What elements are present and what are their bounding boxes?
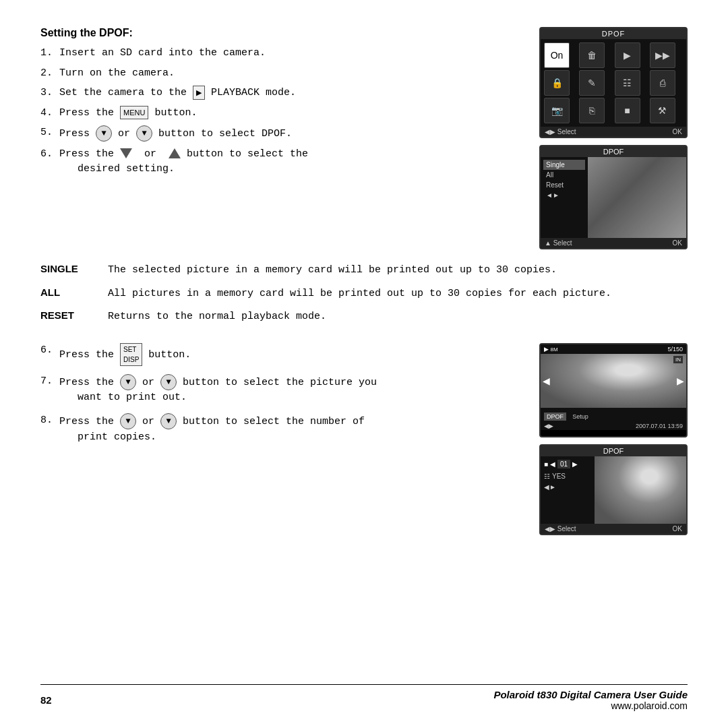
lower-step-8: 8. Press the ▼ or ▼ button to select the… [40,413,526,445]
nav-down2-icon: ▼ [120,374,136,390]
step-5: 5. Press ▼ or ▼ button to select DPOF. [40,125,526,142]
screen2-menu-list: Single All Reset ◄► [541,157,588,238]
pb-dpof-label: DPOF [544,413,566,421]
icon-play: ▶ [615,42,640,68]
footer-title: Polaroid t830 Digital Camera User Guide [493,689,688,700]
screen-print-copies: DPOF ■ ◀ 01 ▶ ☷ YES [539,444,688,535]
instructions-section: Setting the DPOF: 1. Insert an SD card i… [40,27,526,249]
set-disp-icon: SETDISP [120,343,142,366]
step-4: 4. Press the MENU button. [40,106,526,121]
lower-step-6: 6. Press the SETDISP button. [40,343,526,366]
sp-arrow-left: ◀ [550,460,555,468]
menu-all: All [543,170,585,180]
pb-in-label: IN [673,356,683,363]
sp-right-photo [595,456,686,524]
menu-back: ◄► [543,190,585,200]
nav-down3-icon: ▼ [120,413,136,429]
pb-image: IN ◀ ▶ [541,354,686,408]
icon-dpof: ⎘ [579,98,605,123]
sp-select-label: ◀▶ Select [545,525,576,533]
footer: 82 Polaroid t830 Digital Camera User Gui… [40,684,688,711]
pb-right-arrow: ▶ [677,375,684,386]
step-3: 3. Set the camera to the ▶ PLAYBACK mode… [40,86,526,101]
screen2-content: Single All Reset ◄► [541,157,686,238]
icon-edit: ✎ [579,70,605,96]
section-heading: Setting the DPOF: [40,27,526,39]
screen-dpof-single: DPOF Single All Reset ◄► ▲ Selec [539,145,688,249]
sp-arrow-right: ▶ [572,460,578,468]
sp-print-icon: ■ [544,460,548,468]
right-screens: DPOF On 🗑 ▶ ▶▶ 🔒 ✎ ☷ ⎙ 📷 ⎘ ■ ⚒ [539,27,688,249]
pb-bottom-bar: ◀▶ 2007.07.01 13:59 [541,422,686,430]
menu-single: Single [543,160,585,170]
sp-back-arrow: ◀► [544,483,591,491]
footer-right: Polaroid t830 Digital Camera User Guide … [493,689,688,711]
menu-reset: Reset [543,180,585,190]
term-all: ALL [40,286,94,298]
screen1-ok-label: OK [673,128,682,135]
icon-trash: 🗑 [579,42,605,68]
sp-bottom-bar: ◀▶ Select OK [541,524,686,534]
screen2-bottom-bar: ▲ Select OK [541,238,686,248]
pb-girl-photo [541,354,686,408]
icon-grid: ☷ [615,70,640,96]
steps-list: 1. Insert an SD card into the camera. 2.… [40,46,526,177]
nav-right3-icon: ▼ [160,413,177,429]
screen-dpof-menu: DPOF On 🗑 ▶ ▶▶ 🔒 ✎ ☷ ⎙ 📷 ⎘ ■ ⚒ [539,27,688,138]
footer-page-number: 82 [40,694,52,706]
screen2-select-label: ▲ Select [545,239,572,247]
sp-yes-icon: ☷ [544,473,550,480]
def-all: ALL All pictures in a memory card will b… [40,286,688,302]
term-reset: RESET [40,309,94,321]
screen2-ok-label: OK [673,239,682,247]
lower-screens: ▶ 8M 5/150 IN ◀ ▶ DPOF Setup ◀▶ [539,343,688,535]
icon-tool: ⚒ [650,98,675,123]
sp-yes-row: ☷ YES [544,473,591,480]
playback-icon: ▶ [193,86,205,100]
footer-url: www.polaroid.com [493,700,688,711]
def-single: SINGLE The selected picture in a memory … [40,263,688,278]
sp-left-panel: ■ ◀ 01 ▶ ☷ YES ◀► [541,456,595,524]
definitions-section: SINGLE The selected picture in a memory … [40,263,688,333]
screen1-select-label: ◀▶ Select [545,128,576,135]
triangle-down-icon [120,148,132,158]
triangle-up-icon [169,148,181,158]
icon-protect: 🔒 [544,70,570,96]
screen2-title: DPOF [541,146,686,157]
pb-menu-bar: DPOF Setup [541,408,686,422]
icon-on: On [544,42,570,68]
pb-playback-icon: ▶ 8M [544,346,558,353]
lower-step-7: 7. Press the ▼ or ▼ button to select the… [40,374,526,406]
pb-date: 2007.07.01 13:59 [636,423,683,429]
page: Setting the DPOF: 1. Insert an SD card i… [0,0,728,728]
term-single: SINGLE [40,263,94,274]
screen-playback: ▶ 8M 5/150 IN ◀ ▶ DPOF Setup ◀▶ [539,343,688,437]
screen2-image [588,157,686,238]
sp-counter-row: ■ ◀ 01 ▶ [544,460,591,468]
step-2: 2. Turn on the camera. [40,66,526,82]
nav-right-icon: ▼ [136,125,152,142]
nav-down-icon: ▼ [96,125,112,142]
lower-steps-list: 6. Press the SETDISP button. 7. Press th… [40,343,526,446]
sp-content: ■ ◀ 01 ▶ ☷ YES ◀► [541,456,686,524]
pb-arrows-label: ◀▶ [544,423,553,429]
pb-left-arrow: ◀ [543,375,550,386]
pb-top-bar: ▶ 8M 5/150 [541,344,686,354]
screen1-icons-grid: On 🗑 ▶ ▶▶ 🔒 ✎ ☷ ⎙ 📷 ⎘ ■ ⚒ [541,39,686,127]
step-6a: 6. Press the or button to select the des… [40,147,526,177]
menu-icon: MENU [120,106,148,120]
icon-menu2: ■ [615,98,640,123]
icon-copy: ⎙ [650,70,675,96]
desc-reset: Returns to the normal playback mode. [108,309,688,325]
sp-title: DPOF [541,446,686,456]
lower-section: 6. Press the SETDISP button. 7. Press th… [40,343,688,535]
sp-yes-label: YES [552,473,566,480]
def-reset: RESET Returns to the normal playback mod… [40,309,688,325]
pb-setup-label: Setup [572,413,588,420]
icon-print: 📷 [544,98,570,123]
sp-counter-value: 01 [557,460,570,468]
lower-instructions: 6. Press the SETDISP button. 7. Press th… [40,343,526,535]
pb-counter: 5/150 [667,346,683,353]
desc-single: The selected picture in a memory card wi… [108,263,688,278]
screen1-bottom-bar: ◀▶ Select OK [541,127,686,137]
